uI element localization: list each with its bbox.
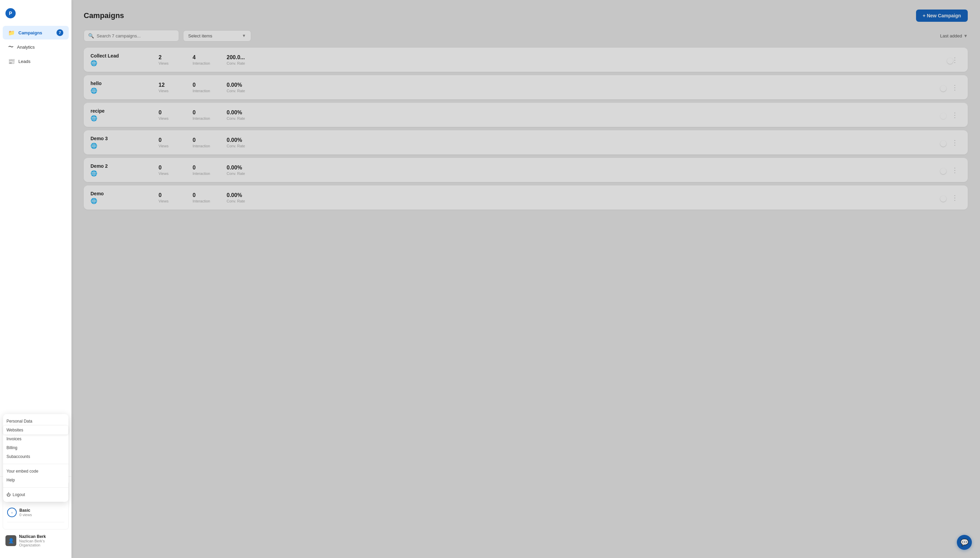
dropdown-divider — [3, 464, 68, 464]
logout-button[interactable]: ⏻ Logout — [3, 490, 68, 499]
sidebar-item-campaigns[interactable]: 📁 Campaigns 7 — [3, 26, 69, 39]
menu-item-subaccounts[interactable]: Subaccounts — [3, 452, 68, 461]
footer-name: Nazlican Berk — [19, 534, 66, 539]
dropdown-overlay[interactable] — [0, 0, 980, 558]
analytics-icon: 〜 — [8, 44, 14, 51]
sidebar-item-analytics[interactable]: 〜 Analytics — [3, 40, 69, 54]
logo-icon: P — [5, 8, 16, 18]
footer-org: Nazlican Berk's Organization — [19, 539, 66, 547]
campaigns-icon: 📁 — [8, 30, 15, 36]
sidebar-bottom: Nazlican Berk 💼 Nazlican Berk's ... ▼ ○ … — [0, 476, 71, 553]
divider — [7, 522, 64, 522]
menu-item-invoices[interactable]: Invoices — [3, 435, 68, 443]
dropdown-divider-2 — [3, 487, 68, 487]
sidebar-item-leads[interactable]: 📰 Leads — [3, 55, 69, 68]
embed-code-link[interactable]: Your embed code — [3, 467, 68, 476]
sidebar-nav: 📁 Campaigns 7 〜 Analytics 📰 Leads — [0, 25, 71, 476]
campaigns-badge: 7 — [56, 29, 63, 36]
sidebar-leads-label: Leads — [18, 59, 30, 64]
leads-icon: 📰 — [8, 58, 15, 65]
menu-item-websites[interactable]: Websites — [3, 426, 68, 435]
sidebar-campaigns-label: Campaigns — [18, 30, 42, 35]
account-dropdown-menu: Personal Data Websites Invoices Billing … — [3, 414, 68, 502]
logout-icon: ⏻ — [7, 492, 11, 497]
user-footer-info: Nazlican Berk Nazlican Berk's Organizati… — [19, 534, 66, 547]
plan-views: 0 views — [20, 513, 32, 517]
sidebar: P 📁 Campaigns 7 〜 Analytics 📰 Leads Nazl… — [0, 0, 71, 558]
help-link[interactable]: Help — [3, 476, 68, 484]
app-logo[interactable]: P — [0, 5, 71, 25]
menu-item-billing[interactable]: Billing — [3, 443, 68, 452]
menu-item-personal-data[interactable]: Personal Data — [3, 417, 68, 426]
plan-info: ○ Basic 0 views — [7, 505, 64, 519]
user-footer: 👤 Nazlican Berk Nazlican Berk's Organiza… — [3, 531, 69, 548]
plan-circle-icon: ○ — [7, 508, 17, 517]
sidebar-analytics-label: Analytics — [17, 44, 35, 50]
plan-name: Basic — [20, 508, 32, 513]
user-section: Nazlican Berk 💼 Nazlican Berk's ... ▼ ○ … — [3, 481, 69, 529]
user-avatar: 👤 — [5, 535, 16, 546]
logout-label: Logout — [13, 492, 25, 497]
